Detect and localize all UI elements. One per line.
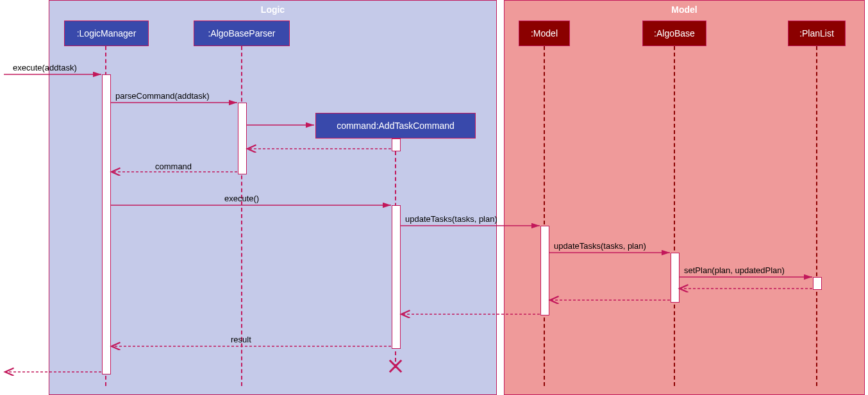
frame-model: Model [504,0,865,395]
msg-updatetasks-2: updateTasks(tasks, plan) [554,241,646,251]
lifeline-planlist [816,46,817,386]
participant-planlist: :PlanList [788,21,846,46]
activation-planlist [813,277,822,290]
participant-model: :Model [519,21,570,46]
frame-logic: Logic [49,0,497,395]
participant-algobaseparser: :AlgoBaseParser [194,21,290,46]
msg-result: result [231,335,251,344]
participant-logicmanager: :LogicManager [64,21,149,46]
participant-addtaskcommand: command:AddTaskCommand [315,113,476,139]
msg-updatetasks-1: updateTasks(tasks, plan) [405,214,497,224]
frame-logic-title: Logic [261,4,285,15]
lifeline-algobase [674,46,675,386]
msg-setplan: setPlan(plan, updatedPlan) [684,265,785,275]
frame-model-title: Model [671,4,697,15]
sequence-diagram: Logic Model :LogicManager :AlgoBaseParse… [0,0,868,395]
participant-algobase: :AlgoBase [642,21,706,46]
activation-addtaskcommand-1 [392,139,401,151]
msg-command-return: command [155,162,192,171]
msg-execute-addtask: execute(addtask) [13,63,77,72]
activation-addtaskcommand-2 [392,205,401,349]
activation-model [540,226,549,315]
activation-algobaseparser [238,103,247,174]
msg-parsecommand: parseCommand(addtask) [115,91,210,101]
activation-logicmanager [102,74,111,374]
lifeline-model [544,46,545,386]
activation-algobase [671,253,680,303]
msg-execute: execute() [224,194,259,203]
destroy-icon [387,358,404,374]
